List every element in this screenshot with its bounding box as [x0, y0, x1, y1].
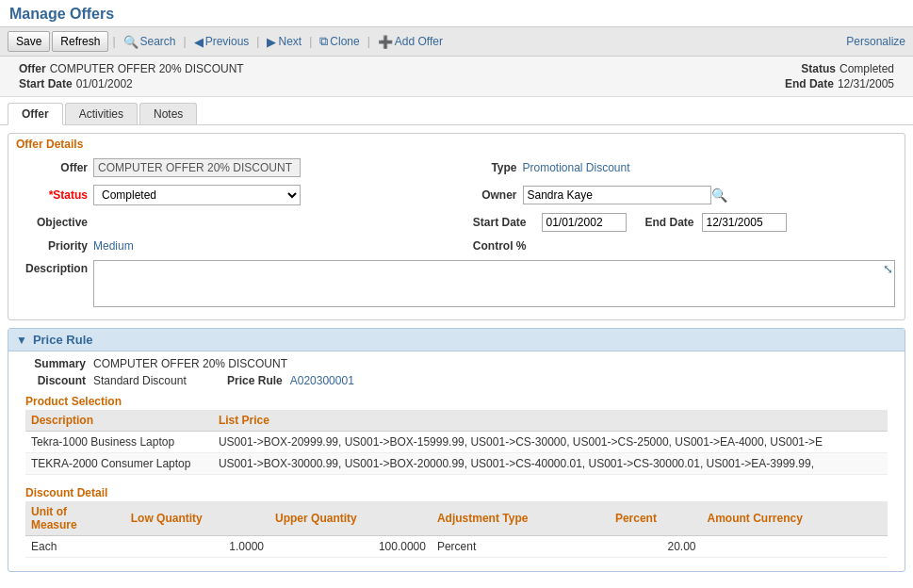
clone-icon: ⧉	[319, 34, 328, 49]
product-header-row: Description List Price	[25, 410, 888, 432]
col-percent: Percent	[610, 501, 702, 536]
description-textarea[interactable]	[93, 260, 895, 307]
details-row1: Offer Type Promotional Discount	[8, 155, 905, 181]
info-bar-right: Status Completed End Date 12/31/2005	[785, 62, 894, 90]
col-low-qty: Low Quantity	[125, 501, 269, 536]
summary-label: Summary	[18, 357, 93, 370]
sep4: |	[309, 35, 312, 48]
discount-header-row: Unit ofMeasure Low Quantity Upper Quanti…	[25, 501, 888, 536]
col-uom: Unit ofMeasure	[25, 501, 125, 536]
dates-field-group: Start Date End Date	[466, 213, 896, 232]
discount-detail-title: Discount Detail	[25, 482, 888, 501]
end-date-info-row: End Date 12/31/2005	[785, 77, 894, 90]
product-row: TEKRA-2000 Consumer LaptopUS001->BOX-300…	[25, 453, 888, 475]
end-date-field-input[interactable]	[702, 213, 787, 232]
status-field-group: *Status Completed Active Inactive	[18, 185, 448, 205]
price-rule-section: ▼ Price Rule Summary COMPUTER OFFER 20% …	[8, 328, 905, 572]
discount-upper-qty: 100.0000	[269, 536, 432, 558]
status-label: Status	[801, 62, 836, 75]
product-desc: Tekra-1000 Business Laptop	[25, 432, 213, 453]
discount-row: Each 1.0000 100.0000 Percent 20.00	[25, 536, 888, 558]
type-field-group: Type Promotional Discount	[466, 158, 896, 177]
priority-field-group: Priority Medium	[18, 239, 448, 253]
offer-details-title: Offer Details	[8, 134, 905, 155]
status-value: Completed	[840, 62, 894, 75]
page-title: Manage Offers	[0, 0, 913, 26]
owner-field-input[interactable]	[523, 186, 711, 204]
clone-link[interactable]: ⧉ Clone	[316, 31, 363, 52]
collapse-icon: ▼	[16, 334, 27, 347]
col-description: Description	[25, 410, 213, 432]
status-select[interactable]: Completed Active Inactive	[93, 185, 301, 205]
discount-price-rule-row: Discount Standard Discount Price Rule A0…	[18, 374, 895, 387]
price-rule-body: Summary COMPUTER OFFER 20% DISCOUNT Disc…	[8, 351, 905, 571]
sep3: |	[256, 35, 259, 48]
objective-field-group: Objective	[18, 213, 448, 232]
col-list-price: List Price	[213, 410, 888, 432]
refresh-button[interactable]: Refresh	[52, 31, 108, 52]
page-wrapper: Manage Offers Save Refresh | 🔍 Search | …	[0, 0, 913, 588]
details-row4: Priority Medium Control %	[8, 236, 905, 256]
product-row: Tekra-1000 Business LaptopUS001->BOX-209…	[25, 432, 888, 453]
discount-item: Discount Standard Discount	[18, 374, 187, 387]
price-rule-title: Price Rule	[33, 333, 93, 347]
search-icon: 🔍	[123, 35, 139, 49]
price-rule-item: Price Rule A020300001	[224, 374, 354, 387]
save-button[interactable]: Save	[8, 31, 50, 52]
tab-offer[interactable]: Offer	[8, 103, 63, 125]
personalize-link[interactable]: Personalize	[846, 35, 905, 48]
description-expand-icon[interactable]: ⤡	[883, 262, 893, 276]
offer-info-row: Offer COMPUTER OFFER 20% DISCOUNT	[19, 62, 244, 75]
offer-field-input[interactable]	[93, 158, 301, 177]
description-container: ⤡	[93, 260, 895, 310]
end-date-field-label: End Date	[636, 216, 693, 229]
add-offer-link[interactable]: ➕ Add Offer	[374, 32, 447, 52]
summary-row: Summary COMPUTER OFFER 20% DISCOUNT	[18, 357, 895, 370]
info-bar: Offer COMPUTER OFFER 20% DISCOUNT Start …	[0, 57, 913, 97]
discount-table-head: Unit ofMeasure Low Quantity Upper Quanti…	[25, 501, 888, 536]
control-pct-field-group: Control %	[466, 239, 896, 253]
discount-amount-currency	[701, 536, 888, 558]
start-date-label: Start Date	[19, 77, 73, 90]
offer-label: Offer	[19, 62, 46, 75]
discount-low-qty: 1.0000	[125, 536, 269, 558]
owner-search-button[interactable]: 🔍	[711, 188, 727, 203]
start-date-field-input[interactable]	[542, 213, 627, 232]
product-table: Description List Price Tekra-1000 Busine…	[25, 410, 888, 475]
discount-label: Discount	[18, 374, 93, 387]
col-amount-currency: Amount Currency	[701, 501, 888, 536]
col-upper-qty: Upper Quantity	[269, 501, 432, 536]
toolbar: Save Refresh | 🔍 Search | ◀ Previous | ▶…	[0, 26, 913, 57]
discount-percent: 20.00	[610, 536, 702, 558]
price-rule-value: A020300001	[290, 374, 354, 387]
discount-adj-type: Percent	[432, 536, 610, 558]
start-date-field-label: Start Date	[466, 216, 532, 229]
discount-value: Standard Discount	[93, 374, 187, 387]
end-date-label: End Date	[785, 77, 834, 90]
tab-notes[interactable]: Notes	[139, 103, 197, 124]
product-table-body: Tekra-1000 Business LaptopUS001->BOX-209…	[25, 432, 888, 475]
type-field-value: Promotional Discount	[523, 161, 630, 174]
price-rule-header[interactable]: ▼ Price Rule	[8, 329, 905, 351]
previous-icon: ◀	[194, 35, 204, 49]
add-offer-icon: ➕	[378, 35, 393, 49]
status-field-label: *Status	[18, 188, 93, 202]
tab-activities[interactable]: Activities	[65, 103, 138, 124]
discount-table: Unit ofMeasure Low Quantity Upper Quanti…	[25, 501, 888, 558]
control-pct-label: Control %	[466, 239, 532, 253]
discount-table-body: Each 1.0000 100.0000 Percent 20.00	[25, 536, 888, 558]
product-selection: Product Selection Description List Price…	[25, 391, 888, 475]
priority-field-value: Medium	[93, 239, 134, 253]
product-desc: TEKRA-2000 Consumer Laptop	[25, 453, 213, 475]
col-adj-type: Adjustment Type	[432, 501, 610, 536]
tabs-container: Offer Activities Notes	[0, 97, 913, 125]
previous-link[interactable]: ◀ Previous	[190, 32, 253, 52]
search-link[interactable]: 🔍 Search	[120, 32, 180, 52]
objective-field-label: Objective	[18, 216, 93, 229]
offer-details-section: Offer Details Offer Type Promotional Dis…	[8, 133, 905, 320]
summary-value: COMPUTER OFFER 20% DISCOUNT	[93, 357, 287, 370]
discount-detail: Discount Detail Unit ofMeasure Low Quant…	[25, 482, 888, 558]
offer-field-label: Offer	[18, 161, 93, 174]
info-bar-left: Offer COMPUTER OFFER 20% DISCOUNT Start …	[19, 62, 244, 90]
next-link[interactable]: ▶ Next	[263, 32, 305, 52]
